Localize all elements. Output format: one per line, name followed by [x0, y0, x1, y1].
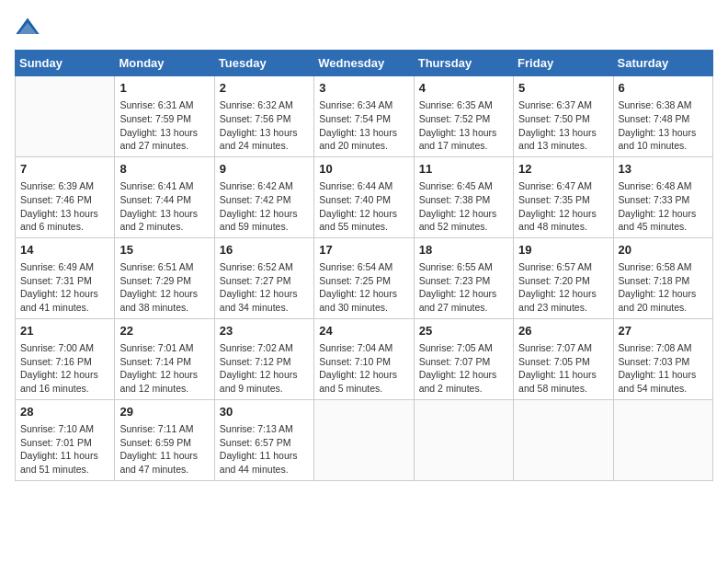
cell-sun-info: Sunrise: 6:54 AMSunset: 7:25 PMDaylight:… [319, 260, 408, 315]
day-number: 13 [619, 161, 708, 178]
calendar-cell: 16Sunrise: 6:52 AMSunset: 7:27 PMDayligh… [214, 237, 313, 318]
calendar-cell [613, 399, 712, 480]
day-number: 12 [518, 161, 608, 178]
calendar-cell [16, 76, 115, 157]
cell-sun-info: Sunrise: 6:44 AMSunset: 7:40 PMDaylight:… [319, 179, 408, 234]
day-number: 7 [20, 161, 109, 178]
header [15, 15, 713, 40]
day-header-friday: Friday [514, 51, 613, 76]
cell-sun-info: Sunrise: 7:08 AMSunset: 7:03 PMDaylight:… [619, 341, 708, 396]
day-number: 15 [119, 242, 209, 259]
week-row-3: 14Sunrise: 6:49 AMSunset: 7:31 PMDayligh… [16, 237, 713, 318]
day-number: 22 [119, 323, 209, 339]
cell-sun-info: Sunrise: 6:39 AMSunset: 7:46 PMDaylight:… [20, 179, 109, 234]
calendar-cell: 30Sunrise: 7:13 AMSunset: 6:57 PMDayligh… [214, 399, 313, 480]
day-number: 19 [518, 242, 608, 259]
day-number: 11 [419, 161, 508, 178]
calendar-cell: 27Sunrise: 7:08 AMSunset: 7:03 PMDayligh… [613, 318, 712, 399]
calendar-cell: 6Sunrise: 6:38 AMSunset: 7:48 PMDaylight… [613, 76, 712, 157]
cell-sun-info: Sunrise: 6:47 AMSunset: 7:35 PMDaylight:… [518, 179, 608, 234]
day-number: 8 [119, 161, 209, 178]
day-number: 25 [419, 323, 508, 339]
day-number: 5 [518, 80, 608, 97]
cell-sun-info: Sunrise: 6:55 AMSunset: 7:23 PMDaylight:… [419, 260, 508, 315]
day-number: 26 [518, 323, 608, 339]
day-number: 2 [220, 80, 309, 97]
day-header-sunday: Sunday [16, 51, 115, 76]
cell-sun-info: Sunrise: 7:13 AMSunset: 6:57 PMDaylight:… [220, 422, 309, 477]
calendar-cell: 18Sunrise: 6:55 AMSunset: 7:23 PMDayligh… [414, 237, 513, 318]
calendar-cell: 28Sunrise: 7:10 AMSunset: 7:01 PMDayligh… [16, 399, 115, 480]
cell-sun-info: Sunrise: 6:57 AMSunset: 7:20 PMDaylight:… [518, 260, 608, 315]
week-row-1: 1Sunrise: 6:31 AMSunset: 7:59 PMDaylight… [16, 76, 713, 157]
day-number: 4 [419, 80, 508, 97]
calendar-cell: 10Sunrise: 6:44 AMSunset: 7:40 PMDayligh… [314, 156, 414, 237]
calendar-cell: 3Sunrise: 6:34 AMSunset: 7:54 PMDaylight… [314, 76, 414, 157]
cell-sun-info: Sunrise: 7:10 AMSunset: 7:01 PMDaylight:… [20, 422, 109, 477]
calendar-cell: 11Sunrise: 6:45 AMSunset: 7:38 PMDayligh… [414, 156, 513, 237]
calendar-cell: 4Sunrise: 6:35 AMSunset: 7:52 PMDaylight… [414, 76, 513, 157]
logo-icon [15, 15, 40, 40]
cell-sun-info: Sunrise: 6:34 AMSunset: 7:54 PMDaylight:… [319, 98, 408, 153]
cell-sun-info: Sunrise: 6:37 AMSunset: 7:50 PMDaylight:… [518, 98, 608, 153]
cell-sun-info: Sunrise: 6:32 AMSunset: 7:56 PMDaylight:… [220, 98, 309, 153]
day-number: 21 [20, 323, 109, 339]
cell-sun-info: Sunrise: 7:07 AMSunset: 7:05 PMDaylight:… [518, 341, 608, 396]
calendar-cell: 22Sunrise: 7:01 AMSunset: 7:14 PMDayligh… [115, 318, 214, 399]
calendar-cell: 23Sunrise: 7:02 AMSunset: 7:12 PMDayligh… [214, 318, 313, 399]
cell-sun-info: Sunrise: 6:48 AMSunset: 7:33 PMDaylight:… [619, 179, 708, 234]
calendar-cell: 14Sunrise: 6:49 AMSunset: 7:31 PMDayligh… [16, 237, 115, 318]
calendar-cell: 21Sunrise: 7:00 AMSunset: 7:16 PMDayligh… [16, 318, 115, 399]
day-header-saturday: Saturday [613, 51, 712, 76]
calendar-cell: 15Sunrise: 6:51 AMSunset: 7:29 PMDayligh… [115, 237, 214, 318]
day-number: 16 [220, 242, 309, 259]
day-number: 17 [319, 242, 408, 259]
calendar-cell: 26Sunrise: 7:07 AMSunset: 7:05 PMDayligh… [514, 318, 613, 399]
cell-sun-info: Sunrise: 6:35 AMSunset: 7:52 PMDaylight:… [419, 98, 508, 153]
cell-sun-info: Sunrise: 6:41 AMSunset: 7:44 PMDaylight:… [119, 179, 209, 234]
calendar-cell: 17Sunrise: 6:54 AMSunset: 7:25 PMDayligh… [314, 237, 414, 318]
day-number: 10 [319, 161, 408, 178]
cell-sun-info: Sunrise: 7:05 AMSunset: 7:07 PMDaylight:… [419, 341, 508, 396]
calendar-cell: 20Sunrise: 6:58 AMSunset: 7:18 PMDayligh… [613, 237, 712, 318]
cell-sun-info: Sunrise: 6:31 AMSunset: 7:59 PMDaylight:… [119, 98, 209, 153]
cell-sun-info: Sunrise: 7:11 AMSunset: 6:59 PMDaylight:… [119, 422, 209, 477]
calendar-cell: 25Sunrise: 7:05 AMSunset: 7:07 PMDayligh… [414, 318, 513, 399]
day-number: 20 [619, 242, 708, 259]
day-header-monday: Monday [115, 51, 214, 76]
day-header-wednesday: Wednesday [314, 51, 414, 76]
logo [15, 15, 44, 40]
day-number: 9 [220, 161, 309, 178]
cell-sun-info: Sunrise: 6:52 AMSunset: 7:27 PMDaylight:… [220, 260, 309, 315]
day-number: 23 [220, 323, 309, 339]
calendar-cell: 19Sunrise: 6:57 AMSunset: 7:20 PMDayligh… [514, 237, 613, 318]
calendar-cell [414, 399, 513, 480]
calendar-cell: 9Sunrise: 6:42 AMSunset: 7:42 PMDaylight… [214, 156, 313, 237]
day-number: 1 [119, 80, 209, 97]
day-number: 29 [119, 404, 209, 420]
calendar-cell: 5Sunrise: 6:37 AMSunset: 7:50 PMDaylight… [514, 76, 613, 157]
week-row-5: 28Sunrise: 7:10 AMSunset: 7:01 PMDayligh… [16, 399, 713, 480]
day-number: 24 [319, 323, 408, 339]
calendar-cell [514, 399, 613, 480]
calendar-cell: 12Sunrise: 6:47 AMSunset: 7:35 PMDayligh… [514, 156, 613, 237]
day-header-thursday: Thursday [414, 51, 513, 76]
cell-sun-info: Sunrise: 7:02 AMSunset: 7:12 PMDaylight:… [220, 341, 309, 396]
calendar-cell: 13Sunrise: 6:48 AMSunset: 7:33 PMDayligh… [613, 156, 712, 237]
calendar-cell [314, 399, 414, 480]
cell-sun-info: Sunrise: 7:01 AMSunset: 7:14 PMDaylight:… [119, 341, 209, 396]
day-number: 14 [20, 242, 109, 259]
day-number: 3 [319, 80, 408, 97]
week-row-2: 7Sunrise: 6:39 AMSunset: 7:46 PMDaylight… [16, 156, 713, 237]
cell-sun-info: Sunrise: 6:51 AMSunset: 7:29 PMDaylight:… [119, 260, 209, 315]
cell-sun-info: Sunrise: 7:04 AMSunset: 7:10 PMDaylight:… [319, 341, 408, 396]
calendar-cell: 8Sunrise: 6:41 AMSunset: 7:44 PMDaylight… [115, 156, 214, 237]
calendar-cell: 29Sunrise: 7:11 AMSunset: 6:59 PMDayligh… [115, 399, 214, 480]
day-number: 30 [220, 404, 309, 420]
day-number: 6 [619, 80, 708, 97]
cell-sun-info: Sunrise: 6:58 AMSunset: 7:18 PMDaylight:… [619, 260, 708, 315]
calendar-header-row: SundayMondayTuesdayWednesdayThursdayFrid… [16, 51, 713, 76]
day-number: 28 [20, 404, 109, 420]
calendar-table: SundayMondayTuesdayWednesdayThursdayFrid… [15, 50, 713, 481]
cell-sun-info: Sunrise: 7:00 AMSunset: 7:16 PMDaylight:… [20, 341, 109, 396]
